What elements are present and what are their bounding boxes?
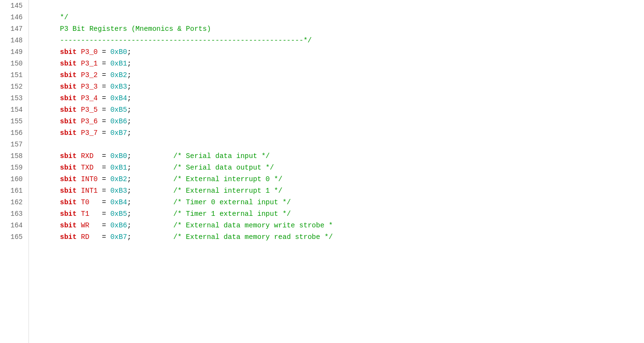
line-numbers: 145 146 147 148 149 150 151 152 153 154 … — [0, 0, 29, 343]
line-149-kw: sbit — [60, 60, 77, 67]
line-148-hex: 0xB0 — [110, 48, 127, 56]
line-160-comment: /* External interrupt 1 */ — [173, 187, 282, 195]
line-num-151: 151 — [4, 69, 23, 81]
line-num-148: 148 — [4, 35, 23, 46]
line-num-162: 162 — [4, 197, 23, 208]
line-146-content: P3 Bit Registers (Mnemonics & Ports) — [60, 25, 211, 33]
line-154-kw: sbit — [60, 118, 77, 125]
line-151-kw: sbit — [60, 83, 77, 91]
line-162-comment: /* Timer 1 external input */ — [173, 210, 291, 218]
line-164-kw: sbit — [60, 233, 77, 241]
line-150-hex: 0xB2 — [110, 71, 127, 79]
line-num-157: 157 — [4, 139, 23, 150]
code-line-145: */ — [35, 0, 644, 12]
line-162-var: T1 — [81, 210, 89, 218]
line-154-var: P3_6 — [81, 118, 98, 125]
line-159-var: INT0 — [81, 175, 98, 183]
line-161-comment: /* Timer 0 external input */ — [173, 198, 291, 206]
line-num-145: 145 — [4, 0, 23, 12]
line-163-comment: /* External data memory write strobe * — [173, 222, 333, 229]
line-157-kw: sbit — [60, 152, 77, 160]
line-num-165: 165 — [4, 231, 23, 243]
line-161-kw: sbit — [60, 198, 77, 206]
line-163-hex: 0xB6 — [110, 222, 127, 229]
line-158-comment: /* Serial data output */ — [173, 164, 274, 172]
line-157-comment: /* Serial data input */ — [173, 152, 270, 160]
line-num-163: 163 — [4, 208, 23, 220]
line-157-var: RXD — [81, 152, 94, 160]
line-164-var: RD — [81, 233, 89, 241]
line-num-146: 146 — [4, 12, 23, 23]
line-152-kw: sbit — [60, 94, 77, 102]
line-num-161: 161 — [4, 185, 23, 197]
line-148-var: P3_0 — [81, 48, 98, 56]
line-160-kw: sbit — [60, 187, 77, 195]
line-150-kw: sbit — [60, 71, 77, 79]
line-151-var: P3_3 — [81, 83, 98, 91]
line-159-kw: sbit — [60, 175, 77, 183]
line-163-var: WR — [81, 222, 89, 229]
code-line-146: P3 Bit Registers (Mnemonics & Ports) — [35, 12, 644, 23]
line-159-hex: 0xB2 — [110, 175, 127, 183]
line-148-kw: sbit — [60, 48, 77, 56]
line-154-hex: 0xB6 — [110, 118, 127, 125]
line-num-147: 147 — [4, 23, 23, 35]
line-149-var: P3_1 — [81, 60, 98, 67]
line-164-hex: 0xB7 — [110, 233, 127, 241]
code-line-157: sbit RXD = 0xB0; /* Serial data input */ — [35, 139, 644, 150]
line-162-kw: sbit — [60, 210, 77, 218]
code-editor: 145 146 147 148 149 150 151 152 153 154 … — [0, 0, 644, 343]
line-num-152: 152 — [4, 81, 23, 92]
line-158-hex: 0xB1 — [110, 164, 127, 172]
line-num-153: 153 — [4, 92, 23, 104]
line-153-kw: sbit — [60, 106, 77, 114]
line-152-hex: 0xB4 — [110, 94, 127, 102]
line-145-content: */ — [60, 13, 68, 21]
line-161-hex: 0xB4 — [110, 198, 127, 206]
line-160-var: INT1 — [81, 187, 98, 195]
line-num-158: 158 — [4, 150, 23, 162]
line-153-hex: 0xB5 — [110, 106, 127, 114]
line-155-var: P3_7 — [81, 129, 98, 137]
line-160-hex: 0xB3 — [110, 187, 127, 195]
line-159-comment: /* External interrupt 0 */ — [173, 175, 282, 183]
line-162-hex: 0xB5 — [110, 210, 127, 218]
line-num-160: 160 — [4, 173, 23, 185]
line-147-content: ----------------------------------------… — [60, 37, 312, 44]
line-153-var: P3_5 — [81, 106, 98, 114]
line-155-kw: sbit — [60, 129, 77, 137]
line-163-kw: sbit — [60, 222, 77, 229]
line-157-hex: 0xB0 — [110, 152, 127, 160]
line-152-var: P3_4 — [81, 94, 98, 102]
line-151-hex: 0xB3 — [110, 83, 127, 91]
line-num-156: 156 — [4, 127, 23, 139]
line-num-150: 150 — [4, 58, 23, 69]
line-155-hex: 0xB7 — [110, 129, 127, 137]
line-150-var: P3_2 — [81, 71, 98, 79]
line-num-154: 154 — [4, 104, 23, 116]
code-lines: */ P3 Bit Registers (Mnemonics & Ports) … — [29, 0, 644, 343]
line-158-kw: sbit — [60, 164, 77, 172]
line-161-var: T0 — [81, 198, 89, 206]
line-num-155: 155 — [4, 116, 23, 127]
line-149-hex: 0xB1 — [110, 60, 127, 67]
line-num-159: 159 — [4, 162, 23, 173]
line-164-comment: /* External data memory read strobe */ — [173, 233, 333, 241]
line-num-164: 164 — [4, 220, 23, 231]
line-158-var: TXD — [81, 164, 94, 172]
line-num-149: 149 — [4, 46, 23, 58]
